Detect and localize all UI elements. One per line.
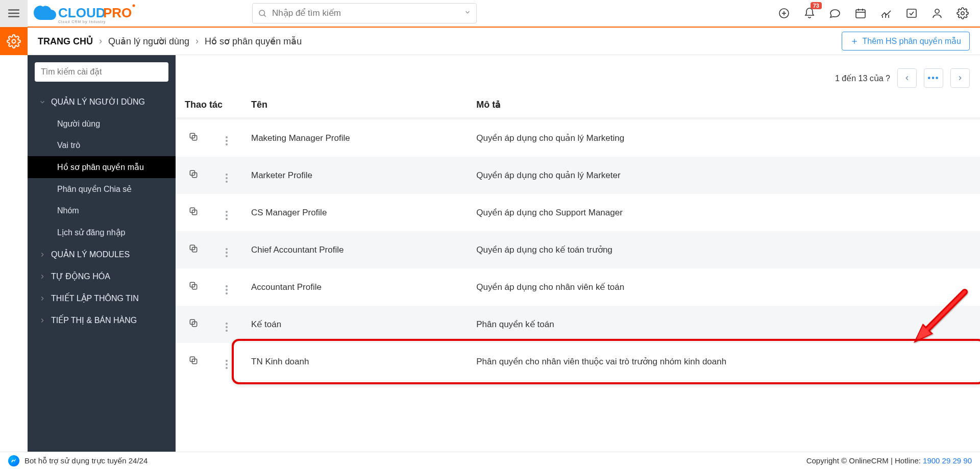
settings-sidebar: QUẢN LÝ NGƯỜI DÙNGNgười dùngVai tròHồ sơ… — [28, 55, 176, 452]
sub-header: TRANG CHỦ › Quản lý người dùng › Hồ sơ p… — [28, 28, 980, 55]
table-row[interactable]: CS Manager ProfileQuyền áp dụng cho Supp… — [176, 194, 980, 231]
global-search[interactable] — [252, 3, 477, 23]
svg-text:CLOUD: CLOUD — [58, 5, 105, 20]
row-name: Kế toán — [242, 306, 467, 343]
nav-item[interactable]: Lịch sử đăng nhập — [28, 221, 176, 243]
duplicate-icon[interactable] — [188, 134, 199, 144]
row-name: CS Manager Profile — [242, 194, 467, 231]
add-profile-button-label: Thêm HS phân quyền mẫu — [863, 36, 961, 46]
nav-group-label: THIẾT LẬP THÔNG TIN — [51, 293, 139, 303]
nav-group-head[interactable]: THIẾT LẬP THÔNG TIN — [28, 287, 176, 309]
svg-text:PRO: PRO — [103, 5, 132, 20]
brand-logo[interactable]: CLOUD PRO Cloud CRM by Industry — [32, 3, 139, 23]
breadcrumb-users[interactable]: Quản lý người dùng — [108, 36, 189, 47]
row-desc: Phân quyền cho nhân viên thuộc vai trò t… — [467, 343, 980, 380]
row-menu-icon[interactable] — [226, 248, 228, 257]
sidebar-search-input[interactable] — [41, 67, 162, 77]
col-desc: Mô tả — [467, 92, 980, 118]
row-desc: Quyền áp dụng cho quản lý Marketing — [467, 118, 980, 157]
col-name: Tên — [242, 92, 467, 118]
row-menu-icon[interactable] — [226, 174, 228, 183]
col-actions: Thao tác — [176, 92, 242, 118]
search-dropdown-icon[interactable] — [464, 9, 471, 18]
pager: 1 đến 13 của ? ••• — [176, 55, 980, 92]
footer-copyright: Copyright © OnlineCRM | Hotline: 1900 29… — [806, 456, 972, 465]
svg-point-22 — [12, 40, 16, 43]
row-desc: Quyền áp dụng cho nhân viên kế toán — [467, 268, 980, 306]
pager-prev-button[interactable] — [897, 68, 917, 88]
table-row[interactable]: TN Kinh doanhPhân quyền cho nhân viên th… — [176, 343, 980, 380]
row-name: Maketing Manager Profile — [242, 118, 467, 157]
table-row[interactable]: Maketing Manager ProfileQuyền áp dụng ch… — [176, 118, 980, 157]
messenger-icon[interactable] — [8, 455, 19, 466]
svg-text:Cloud CRM by Industry: Cloud CRM by Industry — [58, 20, 106, 24]
svg-point-7 — [259, 10, 265, 16]
breadcrumb: TRANG CHỦ › Quản lý người dùng › Hồ sơ p… — [38, 36, 302, 47]
svg-point-6 — [133, 5, 135, 7]
global-search-input[interactable] — [272, 8, 464, 18]
row-desc: Quyền áp dụng cho quản lý Marketer — [467, 157, 980, 194]
duplicate-icon[interactable] — [188, 320, 199, 330]
duplicate-icon[interactable] — [188, 358, 199, 367]
notifications-icon[interactable]: 73 — [803, 7, 816, 19]
nav-item[interactable]: Phân quyền Chia sẻ — [28, 178, 176, 200]
calendar-icon[interactable] — [854, 7, 867, 19]
duplicate-icon[interactable] — [188, 246, 199, 256]
row-name: TN Kinh doanh — [242, 343, 467, 380]
sidebar-search[interactable] — [35, 62, 168, 82]
pager-more-button[interactable]: ••• — [924, 68, 943, 88]
pager-next-button[interactable] — [950, 68, 970, 88]
breadcrumb-home[interactable]: TRANG CHỦ — [38, 36, 93, 47]
row-menu-icon[interactable] — [226, 211, 228, 220]
table-row[interactable]: Marketer ProfileQuyền áp dụng cho quản l… — [176, 157, 980, 194]
config-gear-button[interactable] — [0, 28, 28, 55]
svg-rect-12 — [856, 10, 865, 18]
add-profile-button[interactable]: Thêm HS phân quyền mẫu — [842, 32, 970, 51]
analytics-icon[interactable] — [880, 7, 892, 19]
duplicate-icon[interactable] — [188, 283, 199, 293]
chevron-right-icon — [39, 273, 46, 280]
row-menu-icon[interactable] — [226, 323, 228, 332]
tasks-icon[interactable] — [905, 7, 918, 19]
row-menu-icon[interactable] — [226, 136, 228, 145]
duplicate-icon[interactable] — [188, 209, 199, 218]
row-menu-icon[interactable] — [226, 285, 228, 294]
nav-group-label: QUẢN LÝ NGƯỜI DÙNG — [51, 97, 145, 107]
row-desc: Quyền áp dụng cho Support Manager — [467, 194, 980, 231]
footer: Bot hỗ trợ sử dụng trực tuyến 24/24 Copy… — [0, 452, 980, 469]
table-row[interactable]: Accountant ProfileQuyền áp dụng cho nhân… — [176, 268, 980, 306]
notification-badge: 73 — [811, 2, 822, 9]
breadcrumb-sep: › — [99, 36, 102, 46]
nav-group-head[interactable]: TỰ ĐỘNG HÓA — [28, 265, 176, 287]
top-header: CLOUD PRO Cloud CRM by Industry 73 — [0, 0, 980, 28]
nav-item[interactable]: Nhóm — [28, 200, 176, 221]
profiles-table: Thao tác Tên Mô tả Maketing Manager Prof… — [176, 92, 980, 380]
table-row[interactable]: Kế toánPhân quyền kế toán — [176, 306, 980, 343]
svg-point-20 — [935, 9, 939, 13]
user-icon[interactable] — [931, 7, 943, 19]
duplicate-icon[interactable] — [188, 171, 199, 181]
breadcrumb-profiles[interactable]: Hồ sơ phân quyền mẫu — [205, 36, 302, 47]
add-icon[interactable] — [778, 7, 790, 19]
settings-icon[interactable] — [957, 7, 969, 19]
footer-hotline-link[interactable]: 1900 29 29 90 — [923, 456, 972, 465]
nav-group-head[interactable]: TIẾP THỊ & BÁN HÀNG — [28, 309, 176, 331]
row-menu-icon[interactable] — [226, 360, 228, 369]
row-name: Chief Accountant Profile — [242, 231, 467, 268]
row-name: Marketer Profile — [242, 157, 467, 194]
nav-item[interactable]: Người dùng — [28, 113, 176, 135]
nav-group-head[interactable]: QUẢN LÝ MODULES — [28, 243, 176, 265]
svg-rect-19 — [907, 9, 916, 17]
chevron-right-icon — [39, 295, 46, 302]
table-row[interactable]: Chief Accountant ProfileQuyền áp dụng ch… — [176, 231, 980, 268]
row-desc: Quyền áp dụng cho kế toán trưởng — [467, 231, 980, 268]
chevron-right-icon — [39, 251, 46, 258]
footer-bot-text: Bot hỗ trợ sử dụng trực tuyến 24/24 — [24, 456, 148, 465]
chevron-down-icon — [39, 98, 46, 106]
nav-group-head[interactable]: QUẢN LÝ NGƯỜI DÙNG — [28, 91, 176, 113]
svg-line-8 — [264, 15, 265, 16]
nav-item[interactable]: Vai trò — [28, 135, 176, 156]
hamburger-button[interactable] — [0, 0, 28, 27]
nav-item[interactable]: Hồ sơ phân quyền mẫu — [28, 156, 176, 178]
chat-icon[interactable] — [829, 7, 841, 19]
